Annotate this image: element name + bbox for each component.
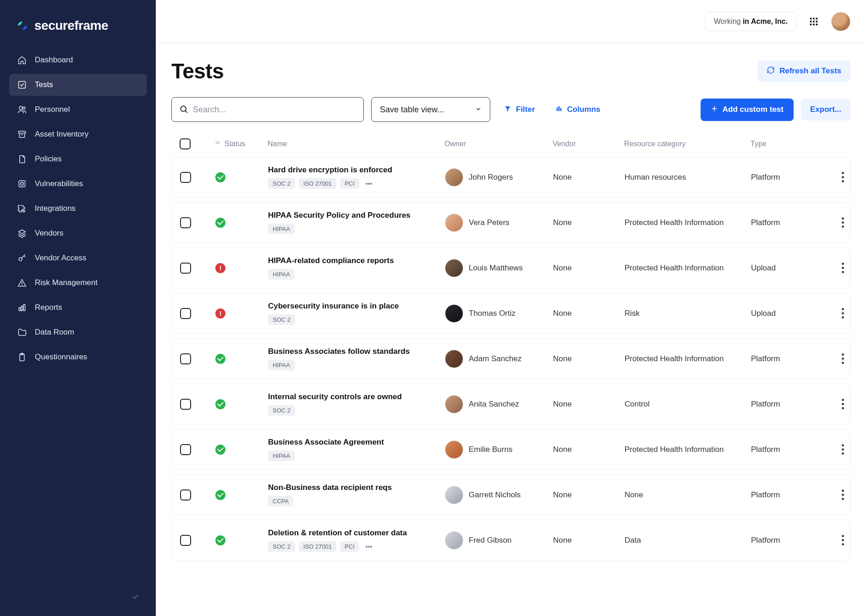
row-actions-menu[interactable] <box>835 442 850 457</box>
row-checkbox[interactable] <box>180 490 191 500</box>
test-name: Hard drive encryption is enforced <box>268 165 442 175</box>
key-icon <box>17 253 27 263</box>
owner-cell: Garrett Nichols <box>445 486 550 504</box>
search-input[interactable] <box>193 105 356 115</box>
brand-logo[interactable]: secureframe <box>9 14 147 49</box>
svg-rect-16 <box>813 21 815 22</box>
column-header-owner[interactable]: Owner <box>444 140 550 148</box>
test-name-cell: HIPAA Security Policy and ProceduresHIPA… <box>268 211 442 234</box>
table-row[interactable]: HIPAA-related compliance reportsHIPAALou… <box>171 248 850 288</box>
page-title: Tests <box>171 59 224 83</box>
sidebar-footer <box>9 593 147 602</box>
row-checkbox[interactable] <box>180 535 191 546</box>
table-row[interactable]: Business Associate AgreementHIPAAEmilie … <box>171 429 850 470</box>
sidebar-item-integrations[interactable]: Integrations <box>9 198 147 220</box>
row-checkbox[interactable] <box>180 172 191 183</box>
table-row[interactable]: Cybersecurity insurance is in placeSOC 2… <box>171 293 850 334</box>
row-checkbox[interactable] <box>180 308 191 319</box>
resource-category-cell: Protected Health Information <box>625 445 748 454</box>
vendor-cell: None <box>553 536 622 545</box>
more-tags-icon[interactable]: ••• <box>363 180 375 187</box>
workspace-name: in Acme, Inc. <box>743 17 788 25</box>
add-custom-test-button[interactable]: Add custom test <box>701 99 794 121</box>
table-row[interactable]: Non-Business data recipient reqsCCPAGarr… <box>171 474 850 515</box>
owner-name: Fred Gibson <box>469 536 512 545</box>
sidebar-item-label: Vulnerabilities <box>35 179 83 188</box>
sidebar-item-label: Asset Inventory <box>35 130 88 139</box>
row-checkbox[interactable] <box>180 399 191 410</box>
user-avatar[interactable] <box>831 12 850 31</box>
resource-category-cell: None <box>625 490 748 500</box>
test-name: Business Associate Agreement <box>268 438 442 447</box>
resource-category-cell: Control <box>625 400 748 409</box>
select-all-checkbox[interactable] <box>180 138 191 149</box>
filter-button[interactable]: Filter <box>498 100 542 119</box>
apps-grid-icon[interactable] <box>807 15 820 28</box>
sidebar-item-data-room[interactable]: Data Room <box>9 321 147 343</box>
row-actions-menu[interactable] <box>835 261 850 275</box>
row-checkbox[interactable] <box>180 444 191 455</box>
row-actions-menu[interactable] <box>835 352 850 366</box>
column-header-resource-category[interactable]: Resource category <box>624 140 748 148</box>
sidebar-item-personnel[interactable]: Personnel <box>9 99 147 121</box>
table-row[interactable]: Business Associates follow standardsHIPA… <box>171 338 850 379</box>
owner-avatar <box>445 350 463 368</box>
test-name-cell: Cybersecurity insurance is in placeSOC 2 <box>268 302 442 325</box>
column-header-name[interactable]: Name <box>268 140 442 148</box>
sidebar-nav: DashboardTestsPersonnelAsset InventoryPo… <box>9 49 147 368</box>
save-view-dropdown[interactable]: Save table view... <box>371 97 490 122</box>
column-header-type[interactable]: Type <box>751 140 815 148</box>
resource-category-cell: Risk <box>625 309 748 318</box>
columns-button[interactable]: Columns <box>549 100 607 119</box>
row-actions-menu[interactable] <box>835 306 850 321</box>
vendor-cell: None <box>553 173 622 182</box>
workspace-switcher[interactable]: Working in Acme, Inc. <box>705 12 796 31</box>
framework-tag: ISO 27001 <box>299 178 336 189</box>
sidebar-item-vendors[interactable]: Vendors <box>9 222 147 244</box>
table-row[interactable]: Hard drive encryption is enforcedSOC 2IS… <box>171 157 850 198</box>
sidebar-item-tests[interactable]: Tests <box>9 74 147 96</box>
topbar: Working in Acme, Inc. <box>156 0 866 43</box>
sidebar-item-label: Integrations <box>35 204 76 213</box>
svg-rect-8 <box>21 306 22 311</box>
resource-category-cell: Protected Health Information <box>625 354 748 363</box>
export-button[interactable]: Export... <box>801 99 850 121</box>
refresh-button[interactable]: Refresh all Tests <box>757 60 850 82</box>
row-actions-menu[interactable] <box>835 488 850 502</box>
sidebar-item-asset-inventory[interactable]: Asset Inventory <box>9 123 147 145</box>
owner-avatar <box>445 440 463 459</box>
row-actions-menu[interactable] <box>835 170 850 185</box>
owner-avatar <box>445 304 463 323</box>
sidebar-item-risk-management[interactable]: Risk Management <box>9 272 147 294</box>
sidebar-item-vulnerabilities[interactable]: Vulnerabilities <box>9 173 147 195</box>
owner-avatar <box>445 531 463 550</box>
sidebar-item-questionnaires[interactable]: Questionnaires <box>9 346 147 368</box>
sidebar-item-policies[interactable]: Policies <box>9 148 147 170</box>
table-row[interactable]: Deletion & retention of customer dataSOC… <box>171 520 850 561</box>
test-name: HIPAA-related compliance reports <box>268 256 442 265</box>
table-row[interactable]: Internal security controls are ownedSOC … <box>171 384 850 424</box>
type-cell: Upload <box>751 309 815 318</box>
owner-name: John Rogers <box>469 173 513 182</box>
row-actions-menu[interactable] <box>835 533 850 548</box>
svg-line-22 <box>186 110 187 112</box>
row-checkbox[interactable] <box>180 353 191 364</box>
table-row[interactable]: HIPAA Security Policy and ProceduresHIPA… <box>171 202 850 243</box>
type-cell: Upload <box>751 264 815 273</box>
sidebar-item-reports[interactable]: Reports <box>9 297 147 319</box>
framework-tag: PCI <box>340 541 359 552</box>
more-tags-icon[interactable]: ••• <box>363 543 375 550</box>
test-name-cell: Business Associate AgreementHIPAA <box>268 438 442 461</box>
row-checkbox[interactable] <box>180 263 191 274</box>
svg-rect-19 <box>813 23 815 25</box>
sidebar-item-dashboard[interactable]: Dashboard <box>9 49 147 71</box>
row-checkbox[interactable] <box>180 217 191 228</box>
column-header-status[interactable]: Status <box>214 140 265 148</box>
row-actions-menu[interactable] <box>835 397 850 412</box>
column-header-vendor[interactable]: Vendor <box>553 140 621 148</box>
sidebar-item-label: Vendor Access <box>35 253 86 263</box>
search-box[interactable] <box>171 97 364 122</box>
sidebar-item-vendor-access[interactable]: Vendor Access <box>9 247 147 269</box>
row-actions-menu[interactable] <box>835 215 850 230</box>
status-pass-icon <box>215 354 225 364</box>
